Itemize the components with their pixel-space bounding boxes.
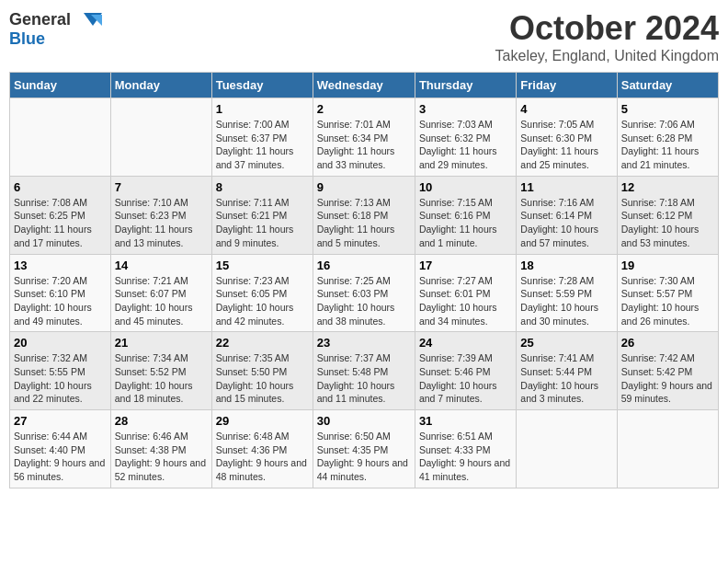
day-info: Sunrise: 7:37 AM Sunset: 5:48 PM Dayligh… bbox=[317, 352, 395, 404]
day-number: 6 bbox=[14, 180, 107, 194]
header-row: SundayMondayTuesdayWednesdayThursdayFrid… bbox=[10, 73, 719, 98]
day-number: 24 bbox=[419, 336, 512, 350]
day-info: Sunrise: 7:18 AM Sunset: 6:12 PM Dayligh… bbox=[621, 197, 700, 248]
column-header-tuesday: Tuesday bbox=[211, 73, 313, 98]
day-cell: 21Sunrise: 7:34 AM Sunset: 5:52 PM Dayli… bbox=[110, 332, 211, 410]
day-cell: 9Sunrise: 7:13 AM Sunset: 6:18 PM Daylig… bbox=[313, 176, 415, 254]
day-number: 7 bbox=[115, 180, 208, 194]
day-info: Sunrise: 7:35 AM Sunset: 5:50 PM Dayligh… bbox=[216, 352, 294, 404]
column-header-saturday: Saturday bbox=[617, 73, 718, 98]
day-number: 25 bbox=[520, 336, 612, 350]
day-info: Sunrise: 7:28 AM Sunset: 5:59 PM Dayligh… bbox=[520, 275, 598, 327]
day-cell: 30Sunrise: 6:50 AM Sunset: 4:35 PM Dayli… bbox=[313, 410, 415, 488]
header: General Blue October 2024 Takeley, Engla… bbox=[9, 9, 719, 64]
day-cell: 31Sunrise: 6:51 AM Sunset: 4:33 PM Dayli… bbox=[415, 410, 516, 488]
day-info: Sunrise: 7:20 AM Sunset: 6:10 PM Dayligh… bbox=[14, 275, 92, 327]
day-info: Sunrise: 6:48 AM Sunset: 4:36 PM Dayligh… bbox=[216, 431, 307, 482]
column-header-thursday: Thursday bbox=[415, 73, 516, 98]
day-info: Sunrise: 7:21 AM Sunset: 6:07 PM Dayligh… bbox=[115, 275, 193, 327]
day-number: 4 bbox=[520, 102, 612, 116]
day-cell: 3Sunrise: 7:03 AM Sunset: 6:32 PM Daylig… bbox=[415, 98, 516, 177]
day-cell: 19Sunrise: 7:30 AM Sunset: 5:57 PM Dayli… bbox=[617, 254, 718, 332]
day-cell: 7Sunrise: 7:10 AM Sunset: 6:23 PM Daylig… bbox=[110, 176, 211, 254]
day-number: 26 bbox=[621, 336, 714, 350]
day-number: 3 bbox=[419, 102, 512, 116]
day-cell: 17Sunrise: 7:27 AM Sunset: 6:01 PM Dayli… bbox=[415, 254, 516, 332]
calendar-table: SundayMondayTuesdayWednesdayThursdayFrid… bbox=[9, 72, 719, 488]
day-number: 16 bbox=[317, 259, 411, 272]
day-info: Sunrise: 7:15 AM Sunset: 6:16 PM Dayligh… bbox=[419, 197, 497, 248]
day-cell: 25Sunrise: 7:41 AM Sunset: 5:44 PM Dayli… bbox=[517, 332, 617, 410]
day-info: Sunrise: 7:16 AM Sunset: 6:14 PM Dayligh… bbox=[520, 197, 598, 248]
day-info: Sunrise: 7:13 AM Sunset: 6:18 PM Dayligh… bbox=[317, 197, 395, 248]
day-number: 28 bbox=[115, 414, 208, 428]
day-cell: 11Sunrise: 7:16 AM Sunset: 6:14 PM Dayli… bbox=[517, 176, 617, 254]
column-header-monday: Monday bbox=[110, 73, 211, 98]
week-row-2: 6Sunrise: 7:08 AM Sunset: 6:25 PM Daylig… bbox=[10, 176, 719, 254]
day-cell: 16Sunrise: 7:25 AM Sunset: 6:03 PM Dayli… bbox=[313, 254, 415, 332]
day-info: Sunrise: 7:27 AM Sunset: 6:01 PM Dayligh… bbox=[419, 275, 497, 327]
day-number: 20 bbox=[14, 336, 107, 350]
day-number: 29 bbox=[216, 414, 309, 428]
day-info: Sunrise: 7:00 AM Sunset: 6:37 PM Dayligh… bbox=[216, 119, 294, 170]
day-number: 18 bbox=[520, 259, 612, 272]
day-cell: 20Sunrise: 7:32 AM Sunset: 5:55 PM Dayli… bbox=[10, 332, 111, 410]
day-cell: 29Sunrise: 6:48 AM Sunset: 4:36 PM Dayli… bbox=[211, 410, 313, 488]
day-info: Sunrise: 7:30 AM Sunset: 5:57 PM Dayligh… bbox=[621, 275, 700, 327]
day-number: 30 bbox=[317, 414, 411, 428]
day-number: 27 bbox=[14, 414, 107, 428]
day-info: Sunrise: 6:51 AM Sunset: 4:33 PM Dayligh… bbox=[419, 431, 510, 482]
day-info: Sunrise: 6:50 AM Sunset: 4:35 PM Dayligh… bbox=[317, 431, 408, 482]
day-info: Sunrise: 7:06 AM Sunset: 6:28 PM Dayligh… bbox=[621, 119, 700, 170]
day-number: 17 bbox=[419, 259, 512, 272]
day-number: 2 bbox=[317, 102, 411, 116]
day-number: 22 bbox=[216, 336, 309, 350]
day-number: 10 bbox=[419, 180, 512, 194]
week-row-5: 27Sunrise: 6:44 AM Sunset: 4:40 PM Dayli… bbox=[10, 410, 719, 488]
day-number: 13 bbox=[14, 259, 107, 272]
logo: General Blue bbox=[9, 9, 102, 49]
day-info: Sunrise: 7:32 AM Sunset: 5:55 PM Dayligh… bbox=[14, 352, 92, 404]
day-number: 11 bbox=[520, 180, 612, 194]
day-info: Sunrise: 7:39 AM Sunset: 5:46 PM Dayligh… bbox=[419, 352, 497, 404]
day-cell: 4Sunrise: 7:05 AM Sunset: 6:30 PM Daylig… bbox=[517, 98, 617, 177]
day-info: Sunrise: 7:11 AM Sunset: 6:21 PM Dayligh… bbox=[216, 197, 294, 248]
day-cell: 18Sunrise: 7:28 AM Sunset: 5:59 PM Dayli… bbox=[517, 254, 617, 332]
day-number: 14 bbox=[115, 259, 208, 272]
day-cell bbox=[10, 98, 111, 177]
logo-icon bbox=[74, 9, 102, 29]
day-info: Sunrise: 7:08 AM Sunset: 6:25 PM Dayligh… bbox=[14, 197, 92, 248]
day-number: 12 bbox=[621, 180, 714, 194]
day-cell: 22Sunrise: 7:35 AM Sunset: 5:50 PM Dayli… bbox=[211, 332, 313, 410]
logo-general-text: General bbox=[9, 10, 71, 29]
day-info: Sunrise: 7:41 AM Sunset: 5:44 PM Dayligh… bbox=[520, 352, 598, 404]
day-info: Sunrise: 7:23 AM Sunset: 6:05 PM Dayligh… bbox=[216, 275, 294, 327]
day-cell: 26Sunrise: 7:42 AM Sunset: 5:42 PM Dayli… bbox=[617, 332, 718, 410]
column-header-wednesday: Wednesday bbox=[313, 73, 415, 98]
column-header-sunday: Sunday bbox=[10, 73, 111, 98]
week-row-3: 13Sunrise: 7:20 AM Sunset: 6:10 PM Dayli… bbox=[10, 254, 719, 332]
day-info: Sunrise: 6:46 AM Sunset: 4:38 PM Dayligh… bbox=[115, 431, 206, 482]
day-cell: 8Sunrise: 7:11 AM Sunset: 6:21 PM Daylig… bbox=[211, 176, 313, 254]
day-cell: 24Sunrise: 7:39 AM Sunset: 5:46 PM Dayli… bbox=[415, 332, 516, 410]
day-info: Sunrise: 7:42 AM Sunset: 5:42 PM Dayligh… bbox=[621, 352, 712, 404]
day-info: Sunrise: 7:05 AM Sunset: 6:30 PM Dayligh… bbox=[520, 119, 598, 170]
day-cell: 6Sunrise: 7:08 AM Sunset: 6:25 PM Daylig… bbox=[10, 176, 111, 254]
day-info: Sunrise: 7:34 AM Sunset: 5:52 PM Dayligh… bbox=[115, 352, 193, 404]
day-number: 15 bbox=[216, 259, 309, 272]
day-cell: 2Sunrise: 7:01 AM Sunset: 6:34 PM Daylig… bbox=[313, 98, 415, 177]
day-info: Sunrise: 7:25 AM Sunset: 6:03 PM Dayligh… bbox=[317, 275, 395, 327]
day-cell: 28Sunrise: 6:46 AM Sunset: 4:38 PM Dayli… bbox=[110, 410, 211, 488]
day-cell bbox=[110, 98, 211, 177]
day-info: Sunrise: 7:10 AM Sunset: 6:23 PM Dayligh… bbox=[115, 197, 193, 248]
day-number: 8 bbox=[216, 180, 309, 194]
day-number: 23 bbox=[317, 336, 411, 350]
day-cell: 13Sunrise: 7:20 AM Sunset: 6:10 PM Dayli… bbox=[10, 254, 111, 332]
week-row-4: 20Sunrise: 7:32 AM Sunset: 5:55 PM Dayli… bbox=[10, 332, 719, 410]
day-cell: 1Sunrise: 7:00 AM Sunset: 6:37 PM Daylig… bbox=[211, 98, 313, 177]
day-number: 5 bbox=[621, 102, 714, 116]
day-number: 19 bbox=[621, 259, 714, 272]
day-cell: 23Sunrise: 7:37 AM Sunset: 5:48 PM Dayli… bbox=[313, 332, 415, 410]
day-info: Sunrise: 7:01 AM Sunset: 6:34 PM Dayligh… bbox=[317, 119, 395, 170]
day-number: 1 bbox=[216, 102, 309, 116]
